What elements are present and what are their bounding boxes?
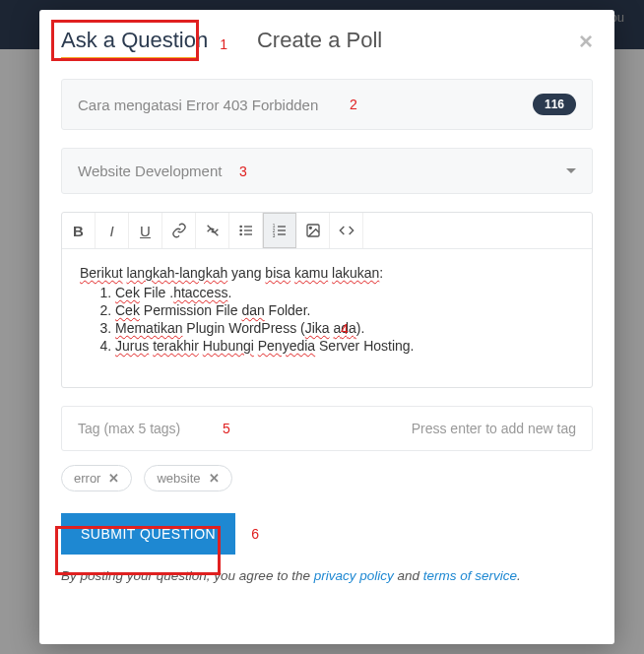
annotation-5: 5: [223, 421, 230, 436]
footer-disclaimer: By posting your question, you agree to t…: [61, 568, 593, 583]
editor-content[interactable]: Berikut langkah-langkah yang bisa kamu l…: [62, 249, 592, 387]
tab-ask-question[interactable]: Ask a Question: [61, 28, 208, 61]
terms-link[interactable]: terms of service: [423, 568, 517, 583]
image-button[interactable]: [296, 213, 330, 248]
svg-rect-12: [278, 233, 286, 234]
submit-question-button[interactable]: SUBMIT QUESTION: [61, 513, 235, 555]
tag-input-field[interactable]: Tag (max 5 tags) 5 Press enter to add ne…: [61, 406, 593, 451]
bold-button[interactable]: B: [62, 213, 96, 248]
tags-list: error✕ website✕: [61, 465, 593, 491]
svg-point-5: [239, 233, 242, 236]
italic-button[interactable]: I: [96, 213, 129, 248]
tab-create-poll[interactable]: Create a Poll: [257, 28, 382, 61]
svg-text:3: 3: [273, 233, 276, 238]
annotation-6: 6: [251, 526, 259, 542]
remove-tag-icon[interactable]: ✕: [209, 471, 220, 486]
bullet-list-button[interactable]: [229, 213, 263, 248]
svg-rect-2: [244, 226, 252, 227]
question-title-field[interactable]: 2 116: [61, 79, 593, 130]
modal-tabs: Ask a Question 1 Create a Poll: [61, 28, 593, 61]
annotation-1: 1: [220, 36, 227, 52]
question-title-input[interactable]: [78, 97, 452, 113]
annotation-2: 2: [350, 97, 357, 112]
annotation-3: 3: [239, 164, 247, 179]
category-select[interactable]: Website Development 3: [61, 148, 593, 194]
annotation-4: 4: [341, 321, 349, 337]
unlink-button[interactable]: [196, 213, 229, 248]
tag-chip-website[interactable]: website✕: [144, 465, 231, 491]
underline-button[interactable]: U: [129, 213, 162, 248]
remove-tag-icon[interactable]: ✕: [108, 471, 119, 486]
svg-rect-6: [244, 233, 252, 234]
active-tab-underline: [61, 57, 199, 61]
svg-point-14: [309, 227, 311, 229]
svg-rect-10: [278, 229, 286, 230]
svg-point-3: [239, 229, 242, 232]
category-selected-label: Website Development: [78, 163, 222, 179]
svg-rect-8: [278, 226, 286, 227]
code-button[interactable]: [330, 213, 363, 248]
ask-question-modal: Ask a Question 1 Create a Poll × 2 116 W…: [39, 10, 614, 644]
numbered-list-button[interactable]: 123: [263, 213, 296, 248]
rich-text-editor: B I U 123 Berikut langkah-: [61, 212, 593, 388]
close-icon[interactable]: ×: [579, 28, 593, 55]
svg-point-1: [239, 226, 242, 229]
editor-toolbar: B I U 123: [62, 213, 592, 249]
tag-chip-error[interactable]: error✕: [61, 465, 132, 491]
svg-rect-4: [244, 229, 252, 230]
privacy-policy-link[interactable]: privacy policy: [314, 568, 394, 583]
link-button[interactable]: [162, 213, 196, 248]
tag-placeholder: Tag (max 5 tags): [78, 421, 180, 436]
chevron-down-icon: [566, 168, 576, 173]
tag-hint: Press enter to add new tag: [412, 421, 576, 436]
char-count-badge: 116: [533, 94, 576, 115]
